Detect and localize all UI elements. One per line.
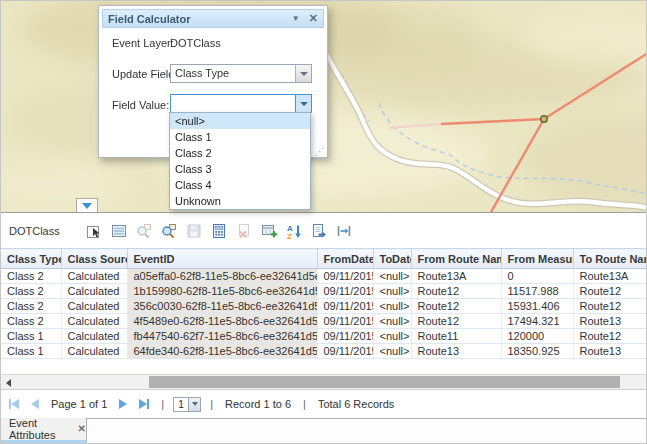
table-cell[interactable]: <null> [373, 344, 411, 359]
table-cell[interactable]: Route11 [411, 329, 501, 344]
table-cell[interactable]: Route12 [411, 314, 501, 329]
table-cell[interactable]: 15931.406 [501, 299, 573, 314]
column-header[interactable]: Class Source [61, 249, 127, 269]
next-page-icon[interactable] [119, 399, 127, 409]
table-cell[interactable]: 120000 [501, 329, 573, 344]
table-cell[interactable]: Class 2 [1, 299, 61, 314]
dropdown-option[interactable]: <null> [170, 113, 310, 129]
table-row[interactable]: Class 2Calculated4f5489e0-62f8-11e5-8bc6… [1, 314, 647, 329]
layer-name-label: DOTClass [9, 225, 60, 237]
table-cell[interactable]: <null> [373, 329, 411, 344]
dropdown-option[interactable]: Class 2 [170, 145, 310, 161]
table-cell[interactable]: 4f5489e0-62f8-11e5-8bc6-ee32641d5ec9 [127, 314, 317, 329]
table-cell[interactable]: Route12 [573, 329, 647, 344]
column-header[interactable]: FromDate [317, 249, 373, 269]
table-cell[interactable]: Route12 [411, 299, 501, 314]
table-row[interactable]: Class 1Calculated64fde340-62f8-11e5-8bc6… [1, 344, 647, 359]
table-cell[interactable]: <null> [373, 314, 411, 329]
table-cell[interactable]: Route13A [573, 269, 647, 284]
last-page-icon[interactable] [139, 399, 149, 409]
horizontal-scrollbar[interactable] [1, 374, 646, 389]
dropdown-option[interactable]: Class 4 [170, 177, 310, 193]
table-cell[interactable]: <null> [373, 299, 411, 314]
previous-page-icon[interactable] [31, 399, 39, 409]
select-features-icon[interactable] [82, 219, 107, 243]
table-cell[interactable]: 09/11/2015 [317, 299, 373, 314]
table-row[interactable]: Class 2Calculated1b159980-62f8-11e5-8bc6… [1, 284, 647, 299]
table-cell[interactable]: Class 2 [1, 284, 61, 299]
column-header[interactable]: ToDate [373, 249, 411, 269]
table-cell[interactable]: Route13 [411, 344, 501, 359]
first-page-icon[interactable] [9, 399, 19, 409]
table-cell[interactable]: 356c0030-62f8-11e5-8bc6-ee32641d5ec9 [127, 299, 317, 314]
table-cell[interactable]: 0 [501, 269, 573, 284]
table-row[interactable]: Class 2Calculated356c0030-62f8-11e5-8bc6… [1, 299, 647, 314]
dropdown-option[interactable]: Class 3 [170, 161, 310, 177]
table-cell[interactable]: 09/11/2015 [317, 314, 373, 329]
table-cell[interactable]: Class 1 [1, 329, 61, 344]
table-cell[interactable]: 09/11/2015 [317, 329, 373, 344]
table-cell[interactable]: Route12 [573, 284, 647, 299]
dialog-resize-grip[interactable]: ⋰ [315, 147, 325, 157]
show-records-icon[interactable] [107, 219, 132, 243]
table-cell[interactable]: 11517.988 [501, 284, 573, 299]
column-header[interactable]: Class Type [1, 249, 61, 269]
table-cell[interactable]: Class 1 [1, 344, 61, 359]
page-select-dropdown-button[interactable] [188, 398, 200, 411]
table-cell[interactable]: Calculated [61, 314, 127, 329]
table-row[interactable]: Class 2Calculateda05effa0-62f8-11e5-8bc6… [1, 269, 647, 284]
field-value-combobox[interactable] [170, 94, 312, 113]
table-cell[interactable]: 18350.925 [501, 344, 573, 359]
table-cell[interactable]: Calculated [61, 284, 127, 299]
table-cell[interactable]: Route13 [573, 314, 647, 329]
close-tab-icon[interactable]: ✕ [78, 424, 86, 434]
table-cell[interactable]: 17494.321 [501, 314, 573, 329]
column-header[interactable]: From Route Name [411, 249, 501, 269]
table-cell[interactable]: <null> [373, 284, 411, 299]
update-field-dropdown-button[interactable] [295, 65, 311, 82]
scroll-left-icon[interactable] [6, 379, 11, 387]
zoom-to-record-icon[interactable] [157, 219, 182, 243]
collapse-attribute-panel-button[interactable] [76, 198, 98, 212]
dropdown-option[interactable]: Unknown [170, 193, 310, 209]
table-cell[interactable]: Class 2 [1, 314, 61, 329]
dropdown-option[interactable]: Class 1 [170, 129, 310, 145]
table-cell[interactable]: 09/11/2015 [317, 344, 373, 359]
table-cell[interactable]: fb447540-62f7-11e5-8bc6-ee32641d5ec9 [127, 329, 317, 344]
close-dialog-icon[interactable]: ✕ [309, 13, 318, 24]
update-field-combobox[interactable]: Class Type [170, 64, 312, 83]
route-junction-marker [541, 116, 547, 122]
table-cell[interactable]: a05effa0-62f8-11e5-8bc6-ee32641d5ec9 [127, 269, 317, 284]
page-select-combobox[interactable]: 1 [173, 397, 201, 412]
table-cell[interactable]: Route13 [573, 344, 647, 359]
table-row[interactable]: Class 1Calculatedfb447540-62f7-11e5-8bc6… [1, 329, 647, 344]
scrollbar-thumb[interactable] [149, 376, 620, 388]
save-icon [182, 219, 207, 243]
column-header[interactable]: From Measure [501, 249, 573, 269]
tab-event-attributes[interactable]: Event Attributes ✕ [1, 418, 87, 443]
table-cell[interactable]: Calculated [61, 269, 127, 284]
field-value-dropdown-button[interactable] [295, 95, 311, 112]
table-cell[interactable]: Class 2 [1, 269, 61, 284]
add-records-icon[interactable] [257, 219, 282, 243]
table-cell[interactable]: Calculated [61, 344, 127, 359]
table-cell[interactable]: Calculated [61, 299, 127, 314]
table-cell[interactable]: 64fde340-62f8-11e5-8bc6-ee32641d5ec9 [127, 344, 317, 359]
column-header[interactable]: EventID [127, 249, 317, 269]
table-cell[interactable]: Route12 [573, 299, 647, 314]
table-cell[interactable]: Calculated [61, 329, 127, 344]
table-cell[interactable]: 09/11/2015 [317, 269, 373, 284]
sort-az-icon[interactable]: AZ [282, 219, 307, 243]
table-cell[interactable]: Route12 [411, 284, 501, 299]
map-canvas[interactable]: Field Calculator ▼ ✕ Event Layer: DOTCla… [1, 1, 646, 212]
attribute-set-icon[interactable] [307, 219, 332, 243]
table-cell[interactable]: <null> [373, 269, 411, 284]
go-to-measure-icon[interactable] [332, 219, 357, 243]
table-cell[interactable]: Route13A [411, 269, 501, 284]
table-cell[interactable]: 1b159980-62f8-11e5-8bc6-ee32641d5ec9 [127, 284, 317, 299]
minimize-dialog-icon[interactable]: ▼ [292, 15, 300, 23]
dialog-titlebar[interactable]: Field Calculator ▼ ✕ [102, 9, 324, 28]
column-header[interactable]: To Route Name [573, 249, 647, 269]
table-cell[interactable]: 09/11/2015 [317, 284, 373, 299]
field-calculator-icon[interactable] [207, 219, 232, 243]
